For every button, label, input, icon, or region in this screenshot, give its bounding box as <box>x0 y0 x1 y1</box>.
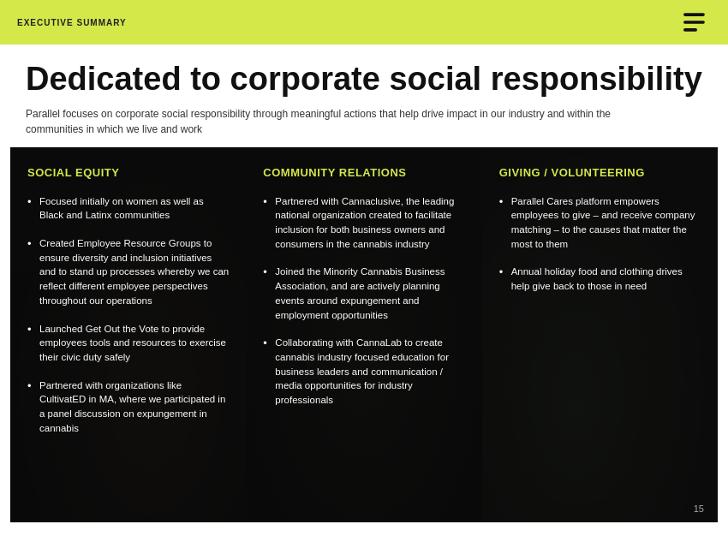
giving-volunteering-list: Parallel Cares platform empowers employe… <box>499 194 701 294</box>
content-area: SOCIAL EQUITY Focused initially on women… <box>10 147 718 522</box>
svg-rect-1 <box>683 21 705 24</box>
header-label: EXECUTIVE SUMMARY <box>17 18 127 27</box>
logo-icon <box>683 10 711 34</box>
page-number: 15 <box>694 503 704 514</box>
social-equity-list: Focused initially on women as well as Bl… <box>27 194 229 435</box>
svg-rect-2 <box>683 28 697 32</box>
social-equity-title: SOCIAL EQUITY <box>27 166 229 179</box>
giving-volunteering-column: GIVING / VOLUNTEERING Parallel Cares pla… <box>482 147 718 522</box>
community-relations-title: COMMUNITY RELATIONS <box>263 166 464 179</box>
page-title: Dedicated to corporate social responsibi… <box>26 62 702 98</box>
svg-rect-0 <box>683 13 705 16</box>
list-item: Focused initially on women as well as Bl… <box>27 194 229 223</box>
list-item: Joined the Minority Cannabis Business As… <box>263 265 464 322</box>
list-item: Created Employee Resource Groups to ensu… <box>27 236 229 307</box>
list-item: Partnered with Cannaclusive, the leading… <box>263 194 464 252</box>
list-item: Launched Get Out the Vote to provide emp… <box>27 322 229 365</box>
giving-volunteering-title: GIVING / VOLUNTEERING <box>499 166 701 179</box>
list-item: Annual holiday food and clothing drives … <box>499 265 701 293</box>
header: EXECUTIVE SUMMARY <box>0 0 728 45</box>
title-section: Dedicated to corporate social responsibi… <box>0 45 728 147</box>
list-item: Parallel Cares platform empowers employe… <box>499 194 701 252</box>
list-item: Collaborating with CannaLab to create ca… <box>263 336 464 407</box>
community-relations-list: Partnered with Cannaclusive, the leading… <box>263 194 464 408</box>
page-subtitle: Parallel focuses on corporate social res… <box>26 106 642 137</box>
list-item: Partnered with organizations like Cultiv… <box>27 378 229 436</box>
social-equity-column: SOCIAL EQUITY Focused initially on women… <box>10 147 246 522</box>
community-relations-column: COMMUNITY RELATIONS Partnered with Canna… <box>246 147 481 522</box>
